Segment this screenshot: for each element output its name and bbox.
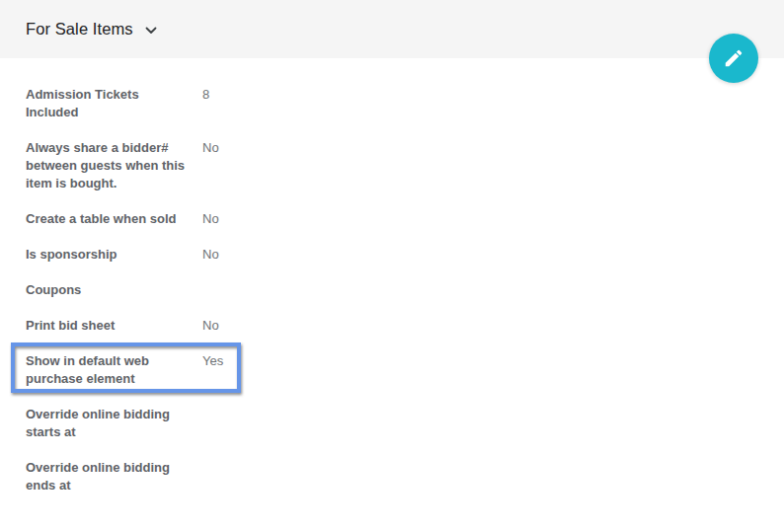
field-value: No [202,210,219,228]
field-row-override-bidding-ends: Override online bidding ends at [26,459,784,494]
field-row-print-bid-sheet: Print bid sheet No [26,317,784,335]
field-label: Print bid sheet [26,317,186,335]
chevron-down-icon [145,27,157,35]
field-label: Create a table when sold [26,210,186,228]
field-label: Is sponsorship [26,246,186,264]
header: For Sale Items [0,0,784,58]
field-label: Always share a bidder# between guests wh… [26,139,186,192]
page-title: For Sale Items [26,20,133,38]
field-label: Admission Tickets Included [26,86,186,121]
field-list: Admission Tickets Included 8 Always shar… [0,58,784,512]
section-dropdown[interactable]: For Sale Items [26,20,157,38]
field-row-admission-tickets: Admission Tickets Included 8 [26,86,784,121]
field-value: Yes [202,352,223,370]
field-value: No [202,139,219,157]
field-label: Override online bidding ends at [26,459,186,494]
field-row-always-share-bidder: Always share a bidder# between guests wh… [26,139,784,192]
field-value: No [202,317,219,335]
field-row-coupons: Coupons [26,281,784,299]
page: For Sale Items Admission Tickets Include… [0,0,784,532]
field-row-is-sponsorship: Is sponsorship No [26,246,784,264]
field-row-create-table: Create a table when sold No [26,210,784,228]
field-label: Show in default web purchase element [26,352,186,388]
field-label: Coupons [26,281,186,299]
field-row-show-in-default-web-purchase: Show in default web purchase element Yes [26,352,784,388]
field-row-override-bidding-starts: Override online bidding starts at [26,406,784,441]
field-value: No [202,246,219,264]
field-label: Override online bidding starts at [26,406,186,441]
field-value: 8 [202,86,209,104]
